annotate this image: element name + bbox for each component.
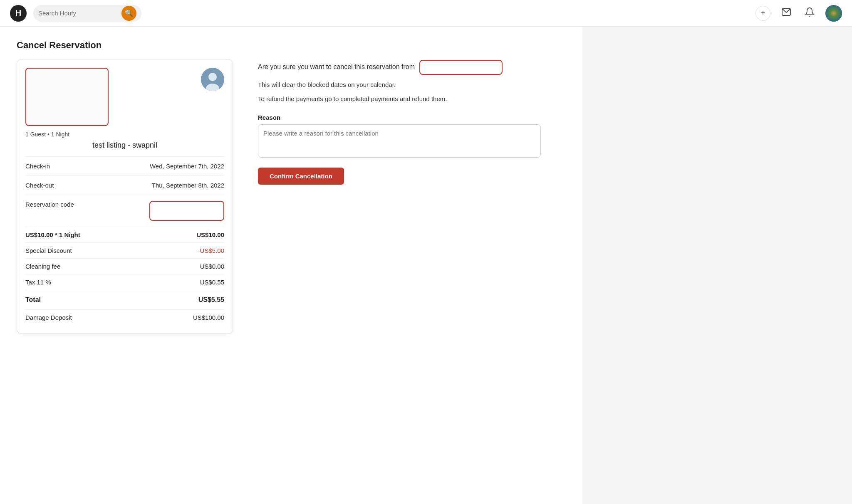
logo[interactable]: H <box>10 5 27 22</box>
reason-label: Reason <box>258 114 566 121</box>
confirm-question: Are you sure you want to cancel this res… <box>258 60 566 75</box>
mail-button[interactable] <box>779 6 794 21</box>
night-price-label: US$10.00 * 1 Night <box>25 231 80 238</box>
checkin-value: Wed, September 7th, 2022 <box>150 163 224 170</box>
guest-name-redbox <box>419 60 503 75</box>
search-input[interactable] <box>38 10 118 17</box>
search-icon: 🔍 <box>125 9 133 17</box>
night-price-row: US$10.00 * 1 Night US$10.00 <box>25 227 224 242</box>
main-content: Cancel Reservation 1 Guest • 1 Night tes… <box>0 27 582 504</box>
tax-label: Tax 11 % <box>25 279 51 286</box>
cleaning-label: Cleaning fee <box>25 263 60 270</box>
reservation-code-label: Reservation code <box>25 201 74 208</box>
search-bar: 🔍 <box>33 5 141 22</box>
avatar[interactable] <box>825 5 842 22</box>
guest-info: 1 Guest • 1 Night <box>25 131 224 138</box>
deposit-value: US$100.00 <box>193 314 224 321</box>
reservation-card: 1 Guest • 1 Night test listing - swapnil… <box>17 59 233 334</box>
guest-avatar <box>201 68 224 91</box>
night-price-value: US$10.00 <box>196 231 224 238</box>
reservation-code-row: Reservation code <box>25 195 224 227</box>
checkout-value: Thu, September 8th, 2022 <box>152 182 224 189</box>
deposit-row: Damage Deposit US$100.00 <box>25 309 224 325</box>
bell-button[interactable] <box>802 6 817 21</box>
clear-dates-text: This will clear the blocked dates on you… <box>258 80 566 90</box>
svg-point-1 <box>825 5 842 22</box>
total-value: US$5.55 <box>198 296 224 304</box>
refund-text: To refund the payments go to completed p… <box>258 94 566 104</box>
reservation-code-box <box>149 201 224 221</box>
listing-image-placeholder <box>25 68 109 126</box>
tax-row: Tax 11 % US$0.55 <box>25 274 224 290</box>
card-header <box>25 68 224 126</box>
checkout-label: Check-out <box>25 182 54 189</box>
search-button[interactable]: 🔍 <box>121 6 136 21</box>
add-button[interactable]: + <box>755 6 770 21</box>
checkout-row: Check-out Thu, September 8th, 2022 <box>25 175 224 195</box>
mail-icon <box>781 7 791 19</box>
reason-textarea[interactable] <box>258 124 541 158</box>
svg-point-3 <box>208 73 217 81</box>
tax-value: US$0.55 <box>200 279 224 286</box>
discount-row: Special Discount -US$5.00 <box>25 242 224 258</box>
right-panel: Are you sure you want to cancel this res… <box>258 40 566 491</box>
listing-name: test listing - swapnil <box>25 141 224 150</box>
discount-value: -US$5.00 <box>198 247 224 254</box>
navbar: H 🔍 + <box>0 0 852 27</box>
deposit-label: Damage Deposit <box>25 314 72 321</box>
cleaning-value: US$0.00 <box>200 263 224 270</box>
navbar-right: + <box>755 5 842 22</box>
checkin-label: Check-in <box>25 163 50 170</box>
page-title: Cancel Reservation <box>17 40 233 51</box>
total-row: Total US$5.55 <box>25 290 224 309</box>
bell-icon <box>805 7 815 19</box>
confirm-cancellation-button[interactable]: Confirm Cancellation <box>258 168 344 185</box>
left-panel: Cancel Reservation 1 Guest • 1 Night tes… <box>17 40 233 491</box>
total-label: Total <box>25 296 41 304</box>
cleaning-row: Cleaning fee US$0.00 <box>25 258 224 274</box>
checkin-row: Check-in Wed, September 7th, 2022 <box>25 156 224 175</box>
discount-label: Special Discount <box>25 247 72 254</box>
